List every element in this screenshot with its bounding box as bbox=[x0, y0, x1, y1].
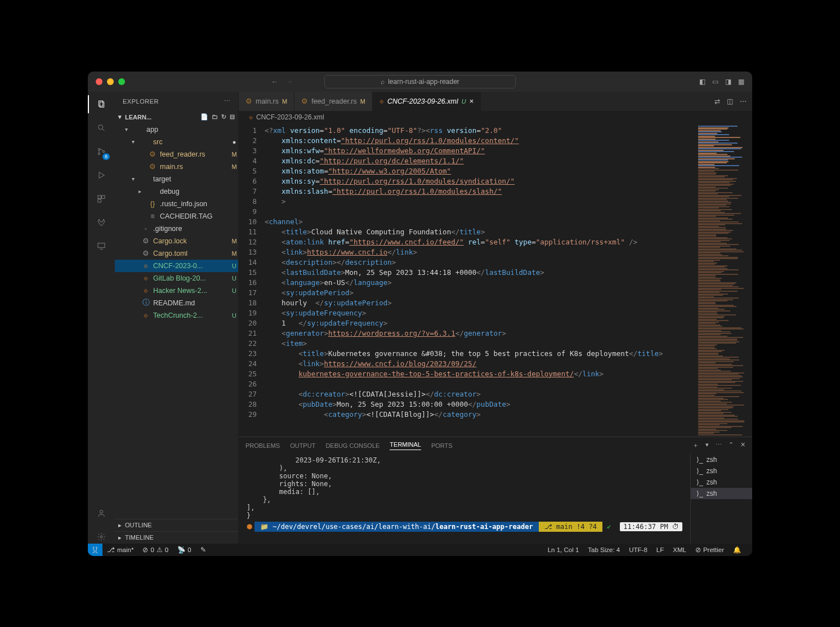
panel-new-icon[interactable]: ＋ bbox=[692, 441, 699, 450]
editor-tab[interactable]: ⚙main.rsM bbox=[239, 92, 294, 111]
minimize-window-button[interactable] bbox=[107, 78, 114, 85]
sidebar-more-icon[interactable]: ⋯ bbox=[224, 97, 231, 105]
tab-close-icon[interactable]: × bbox=[470, 97, 474, 105]
status-problems[interactable]: ⊘0 ⚠0 bbox=[138, 546, 173, 554]
status-indent[interactable]: Tab Size: 4 bbox=[583, 546, 624, 554]
svg-point-5 bbox=[102, 150, 104, 152]
panel-split-icon[interactable]: ▾ bbox=[705, 441, 709, 450]
tree-item[interactable]: ⚙main.rsM bbox=[115, 161, 238, 173]
project-header[interactable]: ▾ LEARN... 📄 🗀 ↻ ⊟ bbox=[115, 111, 238, 123]
compare-icon[interactable]: ⇄ bbox=[714, 97, 720, 105]
sidebar-title: EXPLORER bbox=[123, 98, 159, 105]
tree-item[interactable]: ⟐Hacker News-2...U bbox=[115, 284, 238, 297]
panel-close-icon[interactable]: ✕ bbox=[740, 441, 745, 450]
search-icon: ⌕ bbox=[381, 78, 385, 86]
tree-item[interactable]: ▾app bbox=[115, 123, 238, 136]
refresh-icon[interactable]: ↻ bbox=[221, 113, 226, 121]
panel-tab[interactable]: PORTS bbox=[431, 442, 453, 449]
tab-more-icon[interactable]: ⋯ bbox=[740, 97, 747, 105]
svg-point-10 bbox=[100, 510, 102, 513]
extensions-icon[interactable] bbox=[95, 192, 108, 206]
tree-item[interactable]: ⚙feed_reader.rsM bbox=[115, 148, 238, 161]
command-center[interactable]: ⌕ learn-rust-ai-app-reader bbox=[324, 75, 516, 88]
timeline-label: TIMELINE bbox=[125, 534, 154, 541]
run-debug-icon[interactable] bbox=[95, 168, 108, 182]
terminal-shell-icon: ⟩_ bbox=[696, 478, 703, 486]
tree-item[interactable]: ▸debug bbox=[115, 185, 238, 198]
outline-section[interactable]: ▸OUTLINE bbox=[115, 519, 238, 531]
close-window-button[interactable] bbox=[96, 78, 102, 85]
gitlab-icon[interactable] bbox=[95, 216, 108, 229]
terminal-list-item[interactable]: ⟩_zsh bbox=[691, 454, 752, 465]
tree-item[interactable]: ≡CACHEDIR.TAG bbox=[115, 210, 238, 223]
accounts-icon[interactable] bbox=[95, 506, 108, 520]
command-center-text: learn-rust-ai-app-reader bbox=[388, 78, 459, 86]
settings-gear-icon[interactable] bbox=[95, 530, 108, 544]
layout-panel-icon[interactable]: ▭ bbox=[712, 78, 718, 86]
status-branch[interactable]: ⎇main* bbox=[102, 546, 138, 554]
source-control-icon[interactable]: 8 bbox=[95, 145, 108, 158]
terminal-list-item[interactable]: ⟩_zsh bbox=[691, 465, 752, 477]
panel-tabs: PROBLEMSOUTPUTDEBUG CONSOLETERMINALPORTS… bbox=[239, 437, 752, 454]
tree-item[interactable]: ⚙Cargo.lockM bbox=[115, 235, 238, 247]
panel-tab[interactable]: PROBLEMS bbox=[245, 442, 280, 449]
nav-forward-icon[interactable]: → bbox=[286, 78, 293, 86]
editor-tabs: ⚙main.rsM⚙feed_reader.rsM⟐CNCF-2023-09-2… bbox=[239, 92, 752, 111]
terminal-list: ⟩_zsh⟩_zsh⟩_zsh⟩_zsh bbox=[690, 454, 752, 544]
terminal-list-item[interactable]: ⟩_zsh bbox=[691, 477, 752, 488]
minimap[interactable] bbox=[696, 123, 752, 437]
status-ports[interactable]: 📡0 bbox=[173, 546, 195, 554]
new-folder-icon[interactable]: 🗀 bbox=[212, 113, 218, 121]
tree-item[interactable]: ⚙Cargo.tomlM bbox=[115, 247, 238, 260]
sidebar-header: EXPLORER ⋯ bbox=[115, 92, 238, 111]
editor-tab[interactable]: ⚙feed_reader.rsM bbox=[294, 92, 373, 111]
panel-tab[interactable]: TERMINAL bbox=[390, 441, 421, 450]
panel-tab[interactable]: OUTPUT bbox=[290, 442, 315, 449]
tree-item[interactable]: ◦.gitignore bbox=[115, 223, 238, 235]
editor[interactable]: 1234567891011121314151617181920212223242… bbox=[239, 123, 752, 437]
tree-item[interactable]: ▾src● bbox=[115, 136, 238, 148]
new-file-icon[interactable]: 📄 bbox=[200, 113, 208, 121]
tree-item[interactable]: ⟐TechCrunch-2...U bbox=[115, 309, 238, 322]
status-eol[interactable]: LF bbox=[652, 546, 668, 554]
split-editor-icon[interactable]: ◫ bbox=[727, 97, 733, 105]
explorer-sidebar: EXPLORER ⋯ ▾ LEARN... 📄 🗀 ↻ ⊟ ▾app▾src●⚙… bbox=[115, 92, 239, 544]
remote-indicator[interactable]: ⟆⟅ bbox=[88, 544, 102, 556]
svg-point-11 bbox=[100, 536, 102, 538]
panel-more-icon[interactable]: ⋯ bbox=[716, 441, 722, 450]
nav-back-icon[interactable]: ← bbox=[271, 78, 278, 86]
radio-icon: 📡 bbox=[177, 546, 185, 554]
timeline-section[interactable]: ▸TIMELINE bbox=[115, 531, 238, 544]
terminal[interactable]: 2023-09-26T16:21:30Z, ), source: None, r… bbox=[239, 454, 690, 544]
panel-tab[interactable]: DEBUG CONSOLE bbox=[325, 442, 379, 449]
svg-rect-9 bbox=[98, 243, 105, 247]
editor-tab[interactable]: ⟐CNCF-2023-09-26.xmlU× bbox=[373, 92, 481, 111]
remote-explorer-icon[interactable] bbox=[95, 239, 108, 253]
status-encoding[interactable]: UTF-8 bbox=[624, 546, 652, 554]
layout-primary-icon[interactable]: ◧ bbox=[699, 78, 705, 86]
maximize-window-button[interactable] bbox=[118, 78, 125, 85]
tree-item[interactable]: ⟐GitLab Blog-20...U bbox=[115, 272, 238, 284]
panel-maximize-icon[interactable]: ⌃ bbox=[729, 441, 734, 450]
tree-item[interactable]: ⟐CNCF-2023-0...U bbox=[115, 260, 238, 272]
status-live[interactable]: ✎ bbox=[196, 546, 211, 554]
status-cursor-pos[interactable]: Ln 1, Col 1 bbox=[543, 546, 584, 554]
breadcrumb[interactable]: ⟐ CNCF-2023-09-26.xml bbox=[239, 111, 752, 123]
svg-rect-8 bbox=[98, 199, 101, 202]
collapse-icon[interactable]: ⊟ bbox=[230, 113, 235, 121]
status-language[interactable]: XML bbox=[668, 546, 691, 554]
layout-customize-icon[interactable]: ▦ bbox=[738, 78, 744, 86]
code-content[interactable]: <?xml version="1.0" encoding="UTF-8"?><r… bbox=[265, 123, 696, 437]
warning-icon: ⚠ bbox=[157, 546, 163, 554]
explorer-icon[interactable] bbox=[95, 97, 108, 111]
search-icon[interactable] bbox=[95, 121, 108, 135]
terminal-list-item[interactable]: ⟩_zsh bbox=[691, 488, 752, 499]
layout-secondary-icon[interactable]: ◨ bbox=[725, 78, 731, 86]
tree-item[interactable]: ▾target bbox=[115, 173, 238, 185]
tree-item[interactable]: {}.rustc_info.json bbox=[115, 198, 238, 210]
breadcrumb-file: CNCF-2023-09-26.xml bbox=[256, 113, 324, 121]
status-bar: ⟆⟅ ⎇main* ⊘0 ⚠0 📡0 ✎ Ln 1, Col 1 Tab Siz… bbox=[88, 544, 752, 556]
status-prettier[interactable]: ⊘ Prettier bbox=[691, 546, 729, 554]
status-bell-icon[interactable]: 🔔 bbox=[729, 546, 745, 554]
tree-item[interactable]: ⓘREADME.md bbox=[115, 297, 238, 309]
